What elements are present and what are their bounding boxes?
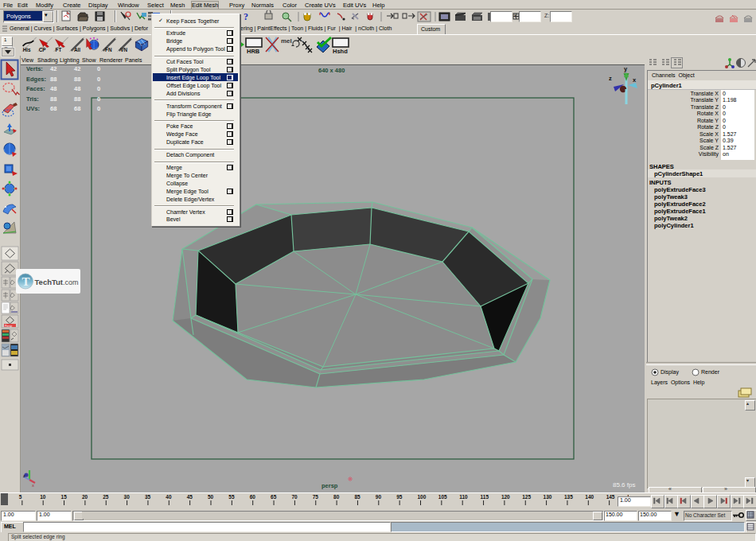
svg-text:48: 48 — [50, 85, 57, 92]
svg-text:z: z — [23, 473, 25, 478]
svg-text:0: 0 — [97, 105, 100, 112]
svg-text:His: His — [23, 47, 31, 53]
svg-text:88: 88 — [74, 95, 80, 103]
svg-text:x: x — [633, 76, 637, 84]
svg-text:30: 30 — [124, 494, 131, 500]
svg-text:HRB: HRB — [247, 48, 260, 55]
svg-text:40: 40 — [166, 494, 172, 500]
svg-text:Persp: Persp — [5, 325, 12, 328]
svg-text:Edges:: Edges: — [26, 76, 46, 83]
svg-text:42: 42 — [74, 65, 80, 72]
svg-text:42: 42 — [50, 65, 57, 72]
svg-text:5: 5 — [19, 494, 22, 500]
svg-text:120: 120 — [501, 494, 510, 500]
svg-text:60: 60 — [250, 494, 256, 500]
svg-text:70: 70 — [291, 494, 298, 500]
svg-text:All: All — [74, 47, 80, 53]
svg-text:80: 80 — [333, 494, 340, 500]
svg-text:VN: VN — [120, 47, 127, 53]
svg-text:0: 0 — [97, 95, 100, 103]
svg-text:125: 125 — [522, 494, 531, 500]
svg-text:.com: .com — [63, 278, 79, 286]
svg-text:55: 55 — [228, 494, 235, 500]
svg-text:68: 68 — [74, 105, 80, 112]
svg-text:?: ? — [244, 11, 248, 22]
svg-text:mel: mel — [281, 37, 292, 45]
svg-text:135: 135 — [564, 494, 573, 500]
svg-text:88: 88 — [50, 76, 57, 83]
svg-text:140: 140 — [585, 494, 594, 500]
svg-text:110: 110 — [459, 494, 468, 500]
svg-text:Verts:: Verts: — [26, 65, 43, 72]
svg-text:FT: FT — [56, 47, 62, 53]
svg-text:x: x — [32, 483, 34, 488]
svg-text:85: 85 — [354, 494, 360, 500]
svg-text:115: 115 — [481, 494, 489, 500]
svg-text:y: y — [624, 65, 628, 72]
svg-text:68: 68 — [50, 105, 57, 112]
svg-text:0: 0 — [97, 76, 100, 83]
svg-text:85.6 fps: 85.6 fps — [613, 481, 635, 488]
svg-text:20: 20 — [82, 494, 88, 500]
svg-text:CP: CP — [39, 47, 47, 53]
svg-text:105: 105 — [438, 494, 447, 500]
svg-text:88: 88 — [74, 76, 80, 83]
svg-text:75: 75 — [313, 494, 319, 500]
svg-text:95: 95 — [396, 494, 403, 500]
svg-text:z: z — [609, 75, 612, 82]
svg-text:T: T — [22, 275, 30, 288]
svg-text:Faces:: Faces: — [26, 85, 45, 92]
svg-text:FN: FN — [105, 47, 112, 53]
svg-text:Hshd: Hshd — [333, 48, 348, 55]
svg-text:0: 0 — [97, 65, 100, 72]
svg-text:35: 35 — [145, 494, 151, 500]
svg-text:TechTut: TechTut — [35, 278, 64, 286]
svg-text:15: 15 — [61, 494, 68, 500]
svg-text:640 x 480: 640 x 480 — [318, 67, 345, 74]
svg-text:45: 45 — [187, 494, 193, 500]
svg-text:0: 0 — [97, 85, 100, 92]
svg-text:10: 10 — [40, 494, 46, 500]
svg-text:UVs:: UVs: — [26, 105, 40, 112]
svg-text:persp: persp — [321, 482, 338, 489]
svg-text:100: 100 — [418, 494, 427, 500]
svg-text:88: 88 — [50, 95, 57, 103]
svg-text:50: 50 — [208, 494, 214, 500]
svg-text:65: 65 — [271, 494, 277, 500]
svg-text:25: 25 — [103, 494, 109, 500]
svg-text:90: 90 — [376, 494, 382, 500]
svg-text:48: 48 — [74, 85, 80, 92]
svg-text:Tris:: Tris: — [26, 95, 39, 103]
svg-text:130: 130 — [544, 494, 552, 500]
svg-text:145: 145 — [606, 494, 615, 500]
